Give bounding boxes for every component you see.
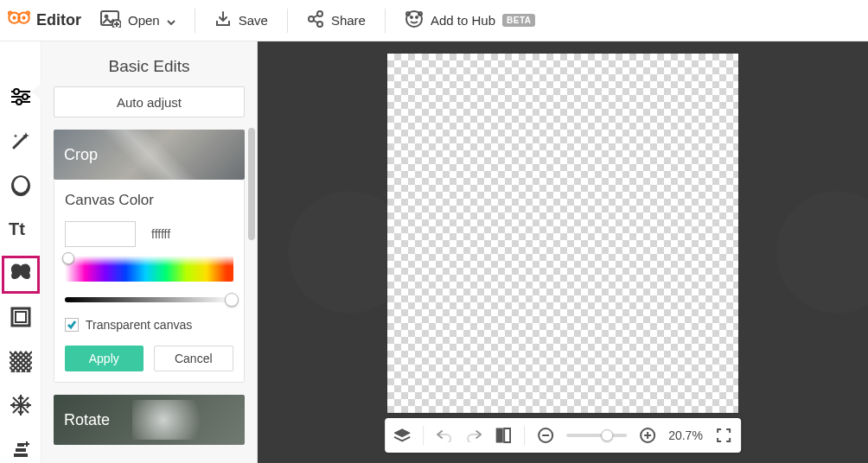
nav-overlays[interactable] (0, 259, 41, 288)
sliders-icon (10, 88, 32, 105)
apply-button[interactable]: Apply (65, 346, 144, 371)
svg-point-10 (406, 11, 422, 27)
add-to-hub-button[interactable]: Add to Hub BETA (405, 10, 536, 31)
wand-icon (10, 130, 31, 151)
edit-panel: Basic Edits Auto adjust Crop Canvas Colo… (41, 41, 258, 463)
svg-point-7 (309, 16, 314, 22)
text-icon: Tt (9, 219, 33, 238)
zoom-slider[interactable] (566, 434, 627, 437)
share-label: Share (331, 13, 366, 28)
nav-touchup[interactable] (0, 171, 41, 200)
svg-point-15 (14, 89, 19, 94)
beta-badge: BETA (502, 14, 535, 27)
layers-button[interactable] (393, 427, 411, 444)
bottom-toolbar: 20.7% (385, 418, 741, 453)
panel-scrollbar-thumb[interactable] (248, 128, 255, 240)
cancel-button[interactable]: Cancel (154, 346, 234, 371)
canvas-workspace: 20.7% (258, 41, 868, 463)
save-button[interactable]: Save (214, 10, 268, 30)
svg-point-12 (415, 16, 418, 19)
value-slider-handle[interactable] (225, 293, 239, 307)
top-toolbar: Editor Open Save Share Add to Hub BETA (0, 0, 868, 41)
nav-themes[interactable] (0, 390, 41, 419)
hue-slider[interactable] (65, 256, 233, 282)
left-nav: Tt BETA (0, 41, 41, 463)
svg-rect-22 (496, 428, 502, 442)
crop-section-header[interactable]: Crop (54, 130, 245, 180)
svg-point-5 (105, 15, 108, 18)
value-slider[interactable] (65, 297, 233, 302)
hue-slider-handle[interactable] (62, 252, 74, 264)
toolbar-divider (195, 9, 195, 33)
main-area: Tt BETA Basic Edits Auto adjust Crop (0, 41, 868, 463)
zoom-slider-handle[interactable] (601, 429, 613, 441)
frame-icon (10, 307, 31, 327)
butterfly-icon (9, 263, 33, 283)
undo-button[interactable] (436, 427, 453, 444)
svg-point-16 (22, 94, 28, 99)
share-button[interactable]: Share (307, 10, 366, 30)
canvas-transparent[interactable] (387, 54, 738, 413)
toolbar-divider (385, 9, 386, 33)
open-label: Open (128, 13, 160, 28)
nav-frames[interactable] (0, 302, 41, 331)
svg-point-8 (317, 11, 322, 16)
nav-effects[interactable] (0, 127, 41, 155)
svg-text:Tt: Tt (9, 219, 25, 238)
panel-scroll-area: Auto adjust Crop Canvas Color ffffff (41, 86, 257, 463)
zoom-out-button[interactable] (537, 427, 554, 444)
pattern-icon (10, 350, 32, 372)
svg-point-11 (410, 16, 412, 19)
hub-icon (405, 10, 424, 31)
transparent-canvas-label: Transparent canvas (86, 318, 192, 332)
image-icon (100, 10, 121, 30)
svg-rect-21 (16, 312, 26, 322)
nav-textures[interactable] (0, 346, 41, 375)
download-icon (214, 10, 232, 30)
canvas-color-title: Canvas Color (65, 192, 233, 209)
bottombar-divider (423, 426, 424, 445)
panel-title: Basic Edits (41, 41, 257, 86)
chevron-down-icon (167, 13, 176, 28)
compare-button[interactable] (495, 427, 512, 444)
svg-rect-23 (504, 428, 510, 442)
zoom-in-button[interactable] (639, 427, 656, 444)
snowflake-icon (10, 394, 32, 416)
redo-button[interactable] (465, 427, 482, 444)
color-hex-value: ffffff (151, 227, 170, 241)
svg-point-9 (317, 22, 322, 27)
checkbox-icon (65, 318, 79, 332)
toolbar-divider (287, 9, 288, 33)
svg-point-18 (14, 177, 28, 193)
canvas-color-card: Canvas Color ffffff Transparent canvas A… (54, 180, 245, 383)
monkey-logo-icon (7, 10, 31, 32)
rotate-label: Rotate (64, 411, 110, 429)
share-icon (307, 10, 324, 30)
transparent-canvas-checkbox[interactable]: Transparent canvas (65, 318, 233, 332)
bottombar-divider (524, 426, 525, 445)
nav-text[interactable]: Tt (0, 215, 41, 244)
zoom-percentage: 20.7% (668, 428, 703, 442)
rotate-section-header[interactable]: Rotate (54, 395, 245, 445)
svg-point-3 (22, 16, 25, 19)
svg-point-2 (12, 16, 16, 19)
open-button[interactable]: Open (100, 10, 176, 30)
crop-label: Crop (64, 146, 98, 164)
panel-caret (31, 83, 41, 100)
fullscreen-button[interactable] (715, 427, 732, 444)
svg-point-17 (16, 99, 22, 105)
brand: Editor (7, 10, 81, 32)
color-swatch[interactable] (65, 221, 136, 247)
nav-extras[interactable]: BETA (0, 434, 41, 463)
add-to-hub-label: Add to Hub (431, 13, 495, 28)
face-icon (10, 174, 32, 196)
brand-title: Editor (36, 11, 81, 29)
panel-scrollbar[interactable] (248, 128, 255, 456)
layers-plus-icon (10, 440, 31, 459)
save-label: Save (239, 13, 268, 28)
auto-adjust-button[interactable]: Auto adjust (54, 86, 245, 117)
